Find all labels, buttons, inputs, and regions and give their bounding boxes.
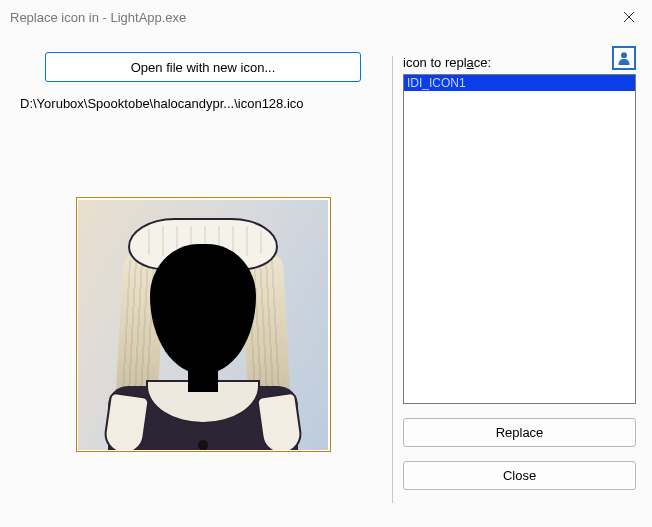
open-file-button[interactable]: Open file with new icon... (45, 52, 361, 82)
open-file-button-label: Open file with new icon... (131, 60, 276, 75)
replace-button[interactable]: Replace (403, 418, 636, 447)
current-icon-thumbnail (612, 46, 636, 70)
icon-list-item[interactable]: IDI_ICON1 (404, 75, 635, 91)
svg-point-2 (621, 52, 627, 58)
person-icon (616, 50, 632, 66)
close-button-label: Close (503, 468, 536, 483)
replace-button-label: Replace (496, 425, 544, 440)
window-close-button[interactable] (606, 2, 652, 32)
left-pane: Open file with new icon... D:\Yorubox\Sp… (18, 52, 388, 511)
selected-file-path: D:\Yorubox\Spooktobe\halocandypr...\icon… (18, 96, 388, 111)
icon-list-label: icon to replace: (403, 52, 491, 70)
icon-preview-image (78, 200, 328, 450)
title-bar: Replace icon in - LightApp.exe (0, 0, 652, 34)
close-icon (624, 12, 634, 22)
pane-divider (392, 56, 393, 503)
close-button[interactable]: Close (403, 461, 636, 490)
window-title: Replace icon in - LightApp.exe (10, 10, 186, 25)
icon-list[interactable]: IDI_ICON1 (403, 74, 636, 404)
icon-preview-frame (76, 197, 331, 452)
right-pane: icon to replace: IDI_ICON1 Replace Close (403, 52, 636, 511)
